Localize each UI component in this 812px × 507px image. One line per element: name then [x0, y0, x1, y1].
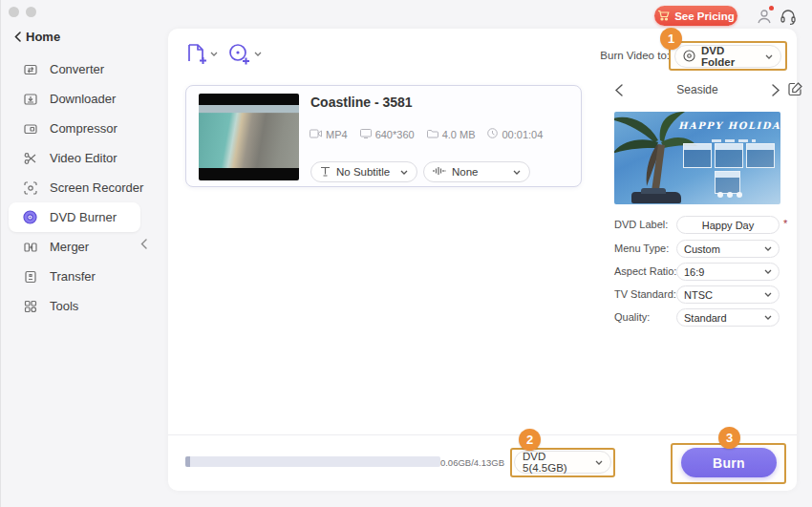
chevron-down-icon[interactable]	[254, 52, 262, 56]
sidebar-item-label: Compressor	[50, 121, 118, 136]
video-duration: 00:01:04	[502, 129, 543, 140]
dvd-menu-preview[interactable]: HAPPY HOLIDAY	[614, 112, 780, 204]
sidebar-item-tools[interactable]: Tools	[1, 291, 154, 321]
window-minimize-button[interactable]	[26, 7, 36, 17]
sidebar-item-compressor[interactable]: Compressor	[1, 114, 154, 143]
chevron-down-icon	[764, 315, 772, 320]
capacity-progress-bar	[185, 456, 440, 467]
annotation-box-step2	[510, 448, 615, 477]
sidebar-item-label: Video Editor	[50, 151, 118, 165]
annotation-step2-badge: 2	[519, 429, 541, 451]
video-thumbnail[interactable]	[199, 94, 299, 180]
see-pricing-button[interactable]: See Pricing	[654, 6, 737, 26]
aspect-ratio-label: Aspect Ratio:	[614, 265, 676, 277]
toolbar	[185, 42, 262, 65]
chapter-thumbnail[interactable]	[683, 143, 712, 168]
sidebar-item-dvd-burner[interactable]: DVD Burner	[9, 202, 140, 232]
screen-recorder-icon	[22, 180, 38, 196]
coastline-photo	[199, 105, 299, 168]
sidebar-item-label: Transfer	[50, 269, 96, 284]
duration-clock-icon	[487, 128, 498, 140]
video-item-card[interactable]: Coastline - 3581 MP4 640*360 4.0 MB 00:0…	[185, 85, 582, 187]
chevron-down-icon[interactable]	[210, 52, 218, 56]
previous-theme-button[interactable]	[614, 84, 623, 96]
video-title: Coastline - 3581	[310, 95, 413, 110]
home-back-button[interactable]: Home	[14, 30, 60, 44]
sidebar-item-downloader[interactable]: Downloader	[1, 84, 154, 114]
sidebar-item-label: Screen Recorder	[50, 180, 143, 195]
menu-type-dropdown[interactable]: Custom	[676, 240, 780, 258]
cart-icon	[657, 10, 670, 23]
next-theme-button[interactable]	[772, 84, 780, 96]
main-panel: Burn Video to: DVD Folder Coastline - 35…	[168, 29, 797, 491]
subtitle-dropdown[interactable]: No Subtitle	[310, 161, 417, 182]
sidebar-collapse-button[interactable]	[140, 238, 147, 252]
capacity-progress-fill	[185, 456, 190, 467]
dvd-burner-disc-icon	[22, 209, 38, 225]
preview-page-dots	[717, 192, 742, 198]
annotation-box-step3	[671, 443, 786, 484]
chapter-thumbnail[interactable]	[715, 171, 740, 194]
menu-type-label: Menu Type:	[614, 243, 669, 254]
merger-icon	[22, 239, 38, 255]
sidebar-item-converter[interactable]: Converter	[1, 54, 154, 84]
sidebar-item-video-editor[interactable]: Video Editor	[1, 143, 154, 173]
dvd-label-input[interactable]: Happy Day	[676, 216, 780, 234]
audio-track-dropdown[interactable]: None	[423, 161, 530, 182]
video-metadata: MP4 640*360 4.0 MB 00:01:04	[310, 128, 543, 140]
chevron-down-icon	[513, 170, 521, 175]
tv-standard-row: TV Standard: NTSC	[614, 285, 780, 304]
sidebar-item-label: DVD Burner	[50, 210, 117, 224]
sidebar-item-screen-recorder[interactable]: Screen Recorder	[1, 173, 154, 202]
video-resolution: 640*360	[375, 129, 415, 140]
back-chevron-icon	[14, 32, 21, 42]
add-files-button[interactable]	[185, 42, 218, 65]
quality-dropdown[interactable]: Standard	[676, 308, 780, 327]
see-pricing-label: See Pricing	[674, 11, 735, 22]
chapter-thumbnail[interactable]	[746, 143, 775, 168]
converter-icon	[22, 61, 38, 77]
edit-template-button[interactable]	[788, 81, 803, 96]
chevron-down-icon	[400, 170, 408, 175]
chevron-down-icon	[764, 246, 772, 251]
sidebar: Home Converter Downloader Compressor	[1, 0, 154, 507]
file-size-icon	[427, 129, 438, 140]
required-asterisk: *	[783, 218, 787, 229]
subtitle-value: No Subtitle	[336, 166, 390, 178]
video-size: 4.0 MB	[442, 129, 476, 140]
aspect-ratio-dropdown[interactable]: 16:9	[676, 263, 780, 281]
preview-menu-links	[712, 139, 756, 142]
audio-waveform-icon	[433, 166, 446, 178]
chapter-thumbnail[interactable]	[715, 143, 743, 168]
quality-label: Quality:	[614, 311, 650, 323]
sidebar-item-label: Tools	[50, 299, 78, 313]
burn-video-to-label: Burn Video to:	[531, 50, 670, 61]
sidebar-item-label: Converter	[50, 62, 104, 76]
theme-switcher: Seaside	[614, 80, 780, 99]
window-close-button[interactable]	[9, 7, 19, 17]
audio-track-value: None	[452, 166, 479, 178]
tv-standard-dropdown[interactable]: NTSC	[676, 285, 780, 304]
theme-name: Seaside	[623, 83, 772, 96]
chevron-down-icon	[764, 292, 772, 297]
sidebar-item-transfer[interactable]: Transfer	[1, 262, 154, 291]
sidebar-item-merger[interactable]: Merger	[1, 232, 154, 262]
sidebar-item-label: Merger	[50, 240, 89, 254]
video-editor-scissors-icon	[22, 150, 38, 166]
dvd-label-row: DVD Label: Happy Day *	[614, 216, 780, 234]
window-controls	[9, 7, 36, 17]
account-button[interactable]	[755, 7, 774, 26]
sidebar-nav: Converter Downloader Compressor Video Ed…	[1, 54, 154, 321]
load-dvd-button[interactable]	[227, 42, 262, 65]
support-headset-button[interactable]	[779, 7, 798, 26]
quality-row: Quality: Standard	[614, 308, 780, 327]
capacity-text: 0.06GB/4.13GB	[436, 457, 504, 468]
tools-grid-icon	[22, 298, 38, 314]
app-window: Home Converter Downloader Compressor	[0, 0, 812, 507]
preview-title: HAPPY HOLIDAY	[678, 120, 780, 131]
aspect-ratio-row: Aspect Ratio: 16:9	[614, 263, 780, 281]
downloader-icon	[22, 91, 38, 107]
bottom-divider	[168, 434, 797, 435]
compressor-icon	[22, 120, 38, 137]
resolution-icon	[360, 129, 372, 140]
